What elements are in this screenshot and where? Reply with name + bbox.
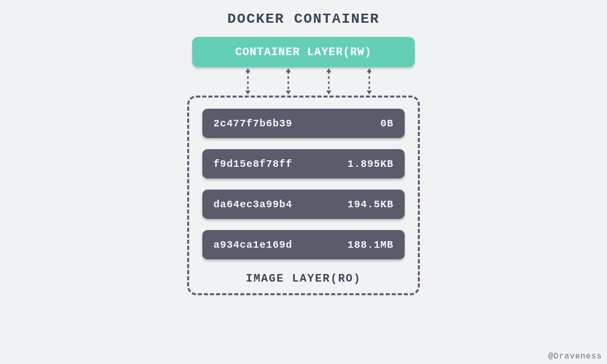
layer-size: 194.5KB [348,199,394,210]
attribution-text: @Draveness [548,352,602,361]
diagram-title: DOCKER CONTAINER [0,0,607,27]
layer-hash: a934ca1e169d [213,239,292,251]
bidirectional-arrows [192,67,415,96]
image-layer-row: f9d15e8f78ff 1.895KB [202,149,405,178]
layer-hash: f9d15e8f78ff [213,158,292,170]
layer-size: 188.1MB [348,239,394,251]
container-layer-label: CONTAINER LAYER(RW) [235,46,372,59]
layer-size: 1.895KB [348,158,394,170]
image-layer-row: da64ec3a99b4 194.5KB [202,190,405,219]
container-layer-box: CONTAINER LAYER(RW) [192,37,415,67]
image-layers-container: 2c477f7b6b39 0B f9d15e8f78ff 1.895KB da6… [187,96,420,295]
image-layer-row: 2c477f7b6b39 0B [202,109,405,138]
layer-hash: da64ec3a99b4 [213,199,292,210]
layer-size: 0B [380,118,394,129]
layer-hash: 2c477f7b6b39 [213,118,292,129]
image-layer-label: IMAGE LAYER(RO) [202,270,405,288]
image-layer-row: a934ca1e169d 188.1MB [202,230,405,259]
